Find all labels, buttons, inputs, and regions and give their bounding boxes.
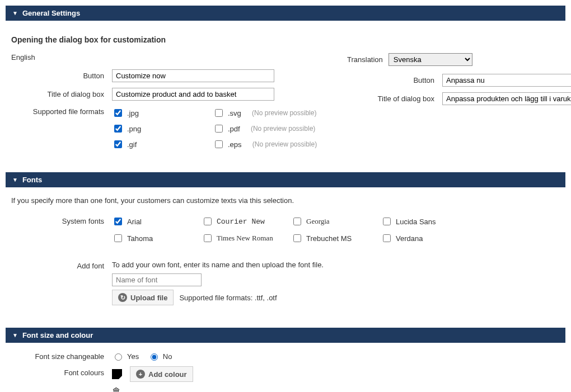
radio-no[interactable]: [151, 353, 158, 361]
label-button: Button: [11, 72, 112, 80]
checkbox-tahoma[interactable]: [114, 234, 122, 242]
checkbox-trebuchet[interactable]: [293, 234, 301, 242]
label-button-trans: Button: [347, 76, 442, 84]
section-title-fontsize: Font size and colour: [22, 331, 93, 339]
label-system-fonts: System fonts: [11, 216, 112, 225]
label-title-dialog: Title of dialog box: [11, 90, 112, 98]
font-courier: Courier New: [217, 218, 265, 226]
checkbox-pdf[interactable]: [215, 125, 223, 133]
chevron-down-icon: ▼: [12, 10, 18, 16]
english-label: English: [11, 53, 35, 62]
upload-hint: Supported file formats: .ttf, .otf: [179, 294, 277, 302]
translation-label: Translation: [347, 55, 383, 64]
section-header-general[interactable]: ▼ General Settings: [6, 6, 565, 21]
font-lucida: Lucida Sans: [396, 218, 436, 226]
checkbox-tnr[interactable]: [204, 234, 212, 242]
checkbox-gif[interactable]: [114, 140, 122, 148]
label-supported-formats: Supported file formats: [11, 106, 112, 116]
upload-file-button[interactable]: ↻ Upload file: [112, 290, 174, 305]
font-tahoma: Tahoma: [127, 234, 153, 243]
trash-icon[interactable]: 🗑: [112, 386, 121, 392]
yes-label: Yes: [127, 352, 139, 361]
section-header-fonts[interactable]: ▼ Fonts: [6, 172, 565, 187]
radio-yes[interactable]: [115, 353, 122, 361]
font-verdana: Verdana: [396, 234, 423, 243]
format-pdf: .pdf: [228, 125, 240, 133]
checkbox-arial[interactable]: [114, 218, 122, 225]
font-georgia: Georgia: [306, 217, 330, 226]
section-header-fontsize[interactable]: ▼ Font size and colour: [6, 328, 565, 343]
no-label: No: [163, 352, 172, 361]
add-colour-label: Add colour: [148, 370, 187, 379]
colour-swatch-black[interactable]: [112, 369, 122, 379]
label-add-font: Add font: [11, 261, 112, 270]
addfont-help: To add your own font, enter its name and…: [112, 261, 324, 269]
format-png: .png: [127, 125, 141, 133]
upload-label: Upload file: [130, 294, 167, 302]
section-title-general: General Settings: [22, 9, 80, 17]
checkbox-lucida[interactable]: [383, 218, 391, 225]
label-font-colours: Font colours: [11, 366, 112, 377]
chevron-down-icon: ▼: [12, 177, 18, 183]
svg-hint: (No preview possible): [252, 109, 316, 117]
general-heading: Opening the dialog box for customization: [11, 35, 560, 44]
fonts-help: If you specify more than one font, your …: [11, 196, 560, 205]
translation-select[interactable]: Svenska: [389, 53, 472, 66]
input-title-en[interactable]: [112, 88, 274, 101]
upload-icon: ↻: [118, 293, 127, 302]
checkbox-verdana[interactable]: [383, 234, 391, 242]
input-title-trans[interactable]: [442, 92, 571, 105]
checkbox-eps[interactable]: [215, 140, 223, 148]
pdf-hint: (No preview possible): [251, 125, 315, 133]
format-eps: .eps: [228, 140, 242, 149]
format-jpg: .jpg: [127, 109, 139, 117]
add-colour-button[interactable]: + Add colour: [130, 366, 193, 382]
checkbox-png[interactable]: [114, 125, 122, 133]
input-button-en[interactable]: [112, 69, 274, 82]
checkbox-georgia[interactable]: [293, 218, 301, 225]
checkbox-courier[interactable]: [204, 218, 212, 225]
font-tnr: Times New Roman: [217, 234, 273, 243]
checkbox-svg[interactable]: [215, 109, 223, 117]
input-font-name[interactable]: [112, 273, 202, 286]
chevron-down-icon: ▼: [12, 332, 18, 338]
section-title-fonts: Fonts: [22, 176, 42, 184]
format-gif: .gif: [127, 140, 137, 149]
font-arial: Arial: [127, 218, 142, 226]
font-trebuchet: Trebuchet MS: [306, 234, 352, 243]
label-fontsize-change: Font size changeable: [11, 352, 112, 361]
eps-hint: (No preview possible): [252, 140, 317, 148]
label-title-trans: Title of dialog box: [347, 95, 442, 103]
format-svg: .svg: [228, 109, 241, 117]
plus-icon: +: [136, 370, 145, 379]
input-button-trans[interactable]: [442, 74, 571, 87]
checkbox-jpg[interactable]: [114, 109, 122, 117]
